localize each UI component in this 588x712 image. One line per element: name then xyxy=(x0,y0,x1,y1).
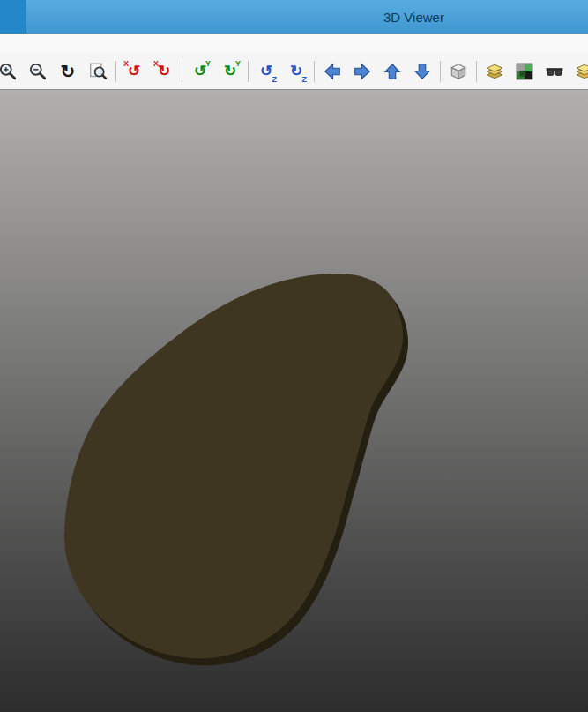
move-down-button[interactable] xyxy=(410,59,435,84)
adjust-layers-button[interactable] xyxy=(572,59,588,84)
3d-glasses-mode-button[interactable] xyxy=(542,59,567,84)
rotate-z-cw-icon: ↻ Z xyxy=(285,60,308,83)
move-up-icon xyxy=(383,62,402,81)
move-up-button[interactable] xyxy=(380,59,405,84)
board-render xyxy=(0,90,588,712)
rotate-x-cw-button[interactable]: ↻ X xyxy=(152,59,176,84)
zoom-to-fit-icon xyxy=(88,62,108,81)
realistic-render-mode-button[interactable] xyxy=(512,59,537,84)
rotate-z-ccw-icon: ↺ Z xyxy=(255,60,278,83)
redraw-icon: ↻ xyxy=(61,63,76,80)
rotate-y-cw-button[interactable]: ↻ Y xyxy=(218,59,242,84)
zoom-in-icon xyxy=(0,62,18,81)
menubar xyxy=(0,34,588,53)
layers-icon xyxy=(485,62,504,81)
board-layers-button[interactable] xyxy=(482,59,507,84)
rotate-z-ccw-button[interactable]: ↺ Z xyxy=(254,59,279,84)
orthographic-projection-button[interactable] xyxy=(446,59,471,84)
background-window-corner xyxy=(0,0,26,34)
toolbar-separator xyxy=(314,61,315,82)
rotate-y-ccw-button[interactable]: ↺ Y xyxy=(188,59,212,84)
toolbar-separator xyxy=(182,61,182,82)
redraw-view-button[interactable]: ↻ xyxy=(56,59,80,84)
move-left-button[interactable] xyxy=(320,59,345,84)
toolbar-separator xyxy=(115,61,116,82)
zoom-out-button[interactable] xyxy=(26,59,50,84)
render-texture-icon xyxy=(515,62,534,81)
rotate-x-cw-icon: ↻ X xyxy=(153,60,175,83)
toolbar: ↻ ↺ X ↻ X ↺ xyxy=(0,53,588,90)
zoom-to-fit-button[interactable] xyxy=(86,59,110,84)
rotate-x-ccw-icon: ↺ X xyxy=(123,60,145,83)
move-right-icon xyxy=(353,62,372,81)
zoom-out-icon xyxy=(28,62,48,81)
adjust-layers-icon xyxy=(575,62,588,81)
zoom-in-button[interactable] xyxy=(0,59,20,84)
3d-viewport[interactable] xyxy=(0,90,588,712)
move-right-button[interactable] xyxy=(350,59,375,84)
rotate-z-cw-button[interactable]: ↻ Z xyxy=(284,59,309,84)
rotate-x-ccw-button[interactable]: ↺ X xyxy=(122,59,146,84)
pcb-board xyxy=(64,274,403,658)
move-down-icon xyxy=(413,62,432,81)
window-title: 3D Viewer xyxy=(383,10,444,25)
rotate-y-ccw-icon: ↺ Y xyxy=(189,60,212,83)
titlebar[interactable]: 3D Viewer xyxy=(0,0,588,34)
toolbar-separator xyxy=(440,61,441,82)
toolbar-separator xyxy=(248,61,249,82)
move-left-icon xyxy=(323,62,342,81)
toolbar-separator xyxy=(476,61,477,82)
cube-icon xyxy=(449,62,468,81)
rotate-y-cw-icon: ↻ Y xyxy=(219,60,242,83)
3d-viewer-window: 3D Viewer ↻ xyxy=(0,0,588,712)
glasses-icon xyxy=(545,62,564,81)
